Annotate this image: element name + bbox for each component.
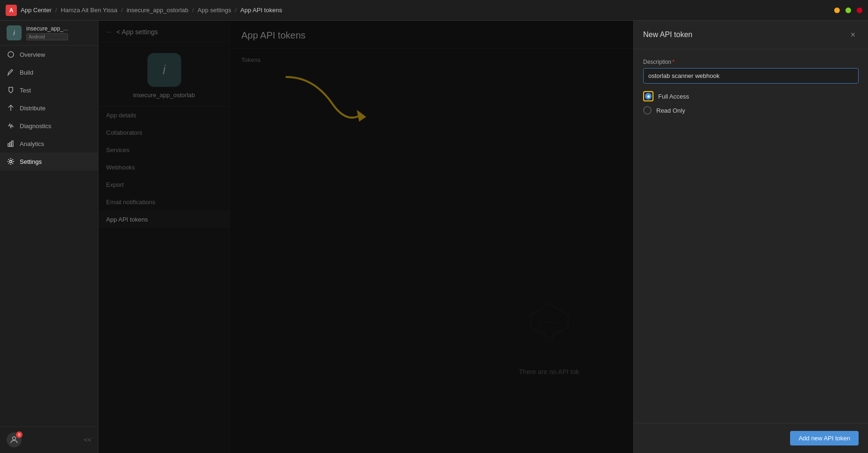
minimize-button[interactable] [834,8,840,13]
breadcrumb-3: App API tokens [240,7,282,14]
sidebar-item-analytics[interactable]: Analytics [0,135,98,153]
radio-full-access[interactable]: Full Access [643,91,859,101]
sidebar-item-label-build: Build [20,69,33,76]
access-radio-group: Full Access Read Only [643,91,859,115]
overview-icon [7,50,15,59]
svg-point-4 [10,161,12,163]
svg-rect-2 [10,142,11,146]
full-access-label: Full Access [658,93,689,100]
build-icon [7,68,15,77]
breadcrumb-sep-0: / [55,7,57,14]
sidebar-item-build[interactable]: Build [0,63,98,81]
app-center-label: App Center [21,7,52,14]
read-only-radio-button[interactable] [643,106,652,115]
breadcrumb-sep-1: / [121,7,123,14]
breadcrumb-sep-2: / [192,7,194,14]
full-access-radio-button[interactable] [643,91,653,101]
main-layout: i insecure_app_... Android Overview Buil… [0,21,868,453]
sidebar-item-label-analytics: Analytics [20,140,44,147]
breadcrumb-0[interactable]: Hamza Ait Ben Yissa [61,7,117,14]
maximize-button[interactable] [845,8,851,13]
breadcrumb-sep-3: / [235,7,237,14]
modal-title: New API token [643,31,692,39]
sidebar-item-label-overview: Overview [20,51,45,58]
left-sidebar: i insecure_app_... Android Overview Buil… [0,21,99,453]
svg-point-0 [8,52,14,57]
collapse-sidebar-button[interactable]: << [84,436,92,444]
breadcrumb-2[interactable]: App settings [198,7,231,14]
app-icon-small: i [7,25,22,40]
breadcrumb-1[interactable]: insecure_app_ostorlab [127,7,189,14]
sidebar-bottom: 8 << [0,426,98,453]
add-api-token-button[interactable]: Add new API token [790,431,859,445]
analytics-icon [7,139,15,148]
sidebar-item-overview[interactable]: Overview [0,46,98,63]
sidebar-item-test[interactable]: Test [0,81,98,99]
sidebar-item-label-distribute: Distribute [20,105,46,112]
sidebar-item-label-test: Test [20,87,31,94]
modal-body: Description* Full Access Read Only [634,49,868,423]
settings-icon [7,157,15,166]
svg-rect-1 [8,144,9,146]
description-input[interactable] [643,68,859,84]
read-only-label: Read Only [656,107,685,114]
modal-header: New API token × [634,21,868,49]
radio-read-only[interactable]: Read Only [643,106,859,115]
test-icon [7,86,15,94]
app-item: i insecure_app_... Android [0,21,98,46]
close-button[interactable] [857,8,862,13]
distribute-icon [7,104,15,112]
window-controls [834,8,862,13]
svg-rect-3 [12,141,13,146]
sidebar-item-settings[interactable]: Settings [0,153,98,170]
notification-badge: 8 [16,431,23,438]
app-center-logo: A [6,5,17,16]
sidebar-item-distribute[interactable]: Distribute [0,99,98,117]
user-avatar[interactable]: 8 [7,432,22,447]
topbar: A App Center / Hamza Ait Ben Yissa / ins… [0,0,868,21]
modal-close-button[interactable]: × [847,29,859,40]
content-area: ← < App settings i insecure_app_ostorlab… [99,21,868,453]
sidebar-item-label-settings: Settings [20,158,42,165]
sidebar-item-label-diagnostics: Diagnostics [20,123,51,130]
app-platform-badge: Android [26,33,68,40]
sidebar-item-diagnostics[interactable]: Diagnostics [0,117,98,135]
svg-point-5 [13,437,16,440]
modal-footer: Add new API token [634,423,868,453]
new-api-token-modal: New API token × Description* Full Access [633,21,868,453]
description-field-label: Description* [643,59,859,65]
app-name-label: insecure_app_... [26,25,68,32]
diagnostics-icon [7,122,15,130]
